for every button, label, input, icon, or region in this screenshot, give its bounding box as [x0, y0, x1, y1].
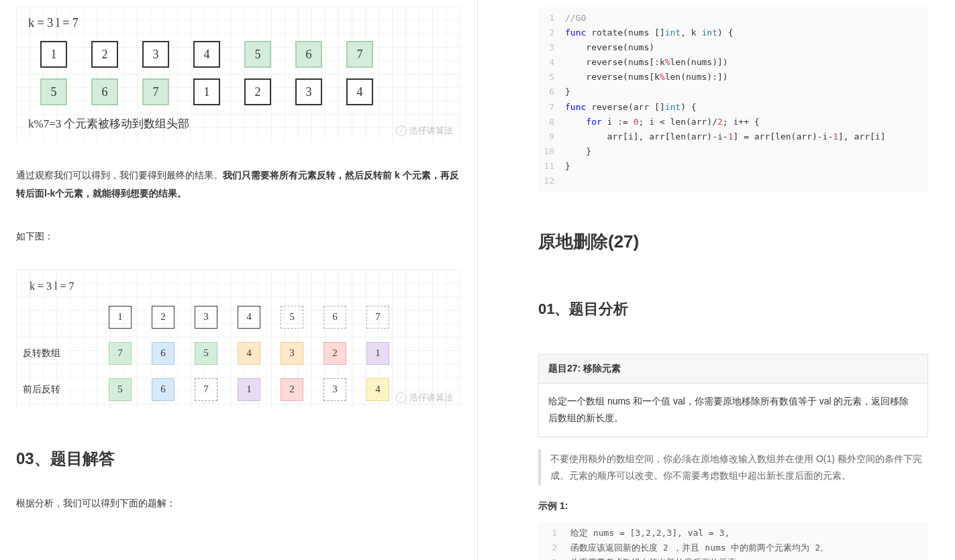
solution-intro: 根据分析，我们可以得到下面的题解：	[16, 498, 461, 510]
array-cell: 5	[195, 342, 217, 365]
row-label: 前后反转	[23, 384, 97, 396]
array-cell: 4	[193, 41, 220, 68]
example-label: 示例 1:	[538, 500, 928, 512]
watermark: ✓浩仔讲算法	[396, 125, 453, 137]
array-cell: 7	[195, 378, 217, 401]
figure-rotate-result: k = 3 l = 7 1234567 5671234 k%7=3 个元素被移动…	[16, 7, 461, 141]
problem-box: 题目27: 移除元素 给定一个数组 nums 和一个值 val，你需要原地移除所…	[538, 354, 928, 437]
array-cell: 3	[295, 78, 322, 105]
analysis-paragraph: 通过观察我们可以得到，我们要得到最终的结果。我们只需要将所有元素反转，然后反转前…	[16, 166, 461, 202]
section-title-27: 原地删除(27)	[538, 230, 928, 254]
array-cell: 4	[366, 378, 389, 401]
array-cell: 6	[152, 378, 174, 401]
problem-body: 给定一个数组 nums 和一个值 val，你需要原地移除所有数值等于 val 的…	[539, 384, 927, 436]
array-cell: 2	[323, 342, 346, 365]
array-cell: 7	[366, 306, 389, 329]
row-label: 反转数组	[23, 347, 97, 359]
array-cell: 3	[142, 41, 169, 68]
array-cell: 2	[152, 306, 174, 329]
array-cell: 1	[40, 41, 67, 68]
fig1-row1: 1234567	[40, 41, 449, 68]
fig2-header: k = 3 l = 7	[30, 280, 454, 292]
fig2-row: 1234567	[23, 306, 454, 329]
array-cell: 3	[323, 378, 346, 401]
fig1-header: k = 3 l = 7	[28, 16, 449, 30]
array-cell: 5	[109, 378, 132, 401]
example-block: 123 给定 nums = [3,2,2,3], val = 3,函数应该返回新…	[538, 522, 928, 560]
array-cell: 2	[281, 378, 303, 401]
array-cell: 5	[244, 41, 271, 68]
array-cell: 5	[281, 306, 303, 329]
array-cell: 6	[323, 306, 346, 329]
fig2-row: 前后反转5671234	[23, 378, 454, 401]
array-cell: 5	[40, 78, 67, 105]
fig1-caption: k%7=3 个元素被移动到数组头部	[28, 116, 449, 131]
array-cell: 4	[238, 342, 260, 365]
wechat-icon: ✓	[396, 125, 407, 136]
array-cell: 1	[109, 306, 132, 329]
array-cell: 7	[142, 78, 169, 105]
problem-title: 题目27: 移除元素	[539, 355, 927, 384]
array-cell: 7	[109, 342, 132, 365]
code-block-go: 123456789101112 //GOfunc rotate(nums []i…	[538, 7, 928, 192]
array-cell: 3	[281, 342, 303, 365]
array-cell: 4	[238, 306, 260, 329]
array-cell: 1	[238, 378, 260, 401]
array-cell: 1	[193, 78, 220, 105]
section-heading-03: 03、题目解答	[16, 448, 461, 469]
array-cell: 3	[195, 306, 217, 329]
array-cell: 1	[366, 342, 389, 365]
watermark: ✓浩仔讲算法	[396, 392, 453, 404]
subsection-01: 01、题目分析	[538, 299, 928, 319]
array-cell: 2	[244, 78, 271, 105]
array-cell: 6	[295, 41, 322, 68]
array-cell: 4	[346, 78, 373, 105]
array-cell: 2	[91, 41, 118, 68]
wechat-icon: ✓	[396, 392, 407, 403]
array-cell: 6	[91, 78, 118, 105]
fig2-row: 反转数组7654321	[23, 342, 454, 365]
as-below: 如下图：	[16, 227, 461, 245]
constraint-quote: 不要使用额外的数组空间，你必须在原地修改输入数组并在使用 O(1) 额外空间的条…	[538, 449, 928, 486]
array-cell: 6	[152, 342, 174, 365]
fig1-row2: 5671234	[40, 78, 449, 105]
array-cell: 7	[346, 41, 373, 68]
figure-reverse-steps: k = 3 l = 7 1234567反转数组7654321前后反转567123…	[16, 270, 461, 408]
